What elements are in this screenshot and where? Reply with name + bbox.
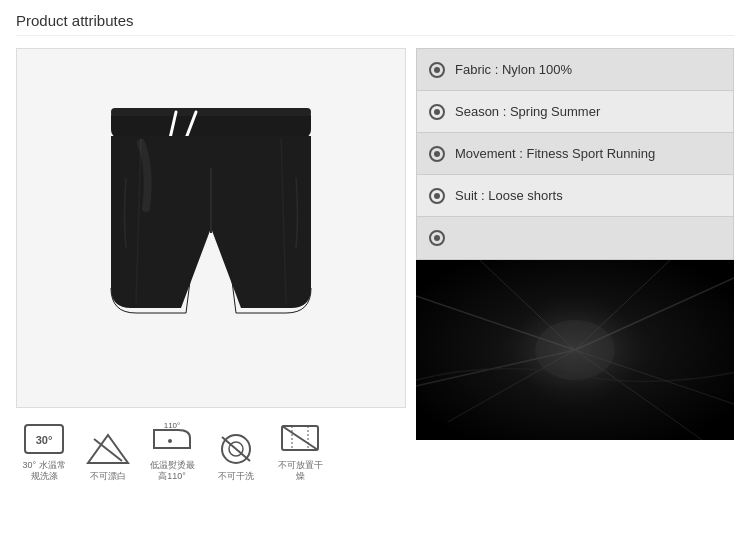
bleach-icon	[86, 431, 130, 467]
dry-icon	[214, 431, 258, 467]
attr-row-movement: Movement : Fitness Sport Running	[417, 133, 733, 175]
svg-rect-1	[111, 108, 311, 116]
care-item-bleach: 不可漂白	[86, 431, 130, 482]
svg-point-14	[168, 439, 172, 443]
bullet-icon	[429, 188, 445, 204]
care-icons-row: 30° 30° 水温常规洗涤 不可漂白	[16, 416, 406, 486]
shorts-illustration	[81, 88, 341, 368]
fabric-image	[416, 260, 734, 440]
bullet-icon	[429, 62, 445, 78]
left-column: 30° 30° 水温常规洗涤 不可漂白	[16, 48, 406, 486]
wash-label: 30° 水温常规洗涤	[18, 460, 70, 482]
svg-text:110°: 110°	[164, 421, 181, 430]
attr-row-fabric: Fabric : Nylon 100%	[417, 49, 733, 91]
fabric-texture	[416, 260, 734, 440]
svg-point-32	[535, 320, 615, 380]
season-text: Season : Spring Summer	[455, 104, 600, 119]
bleach-label: 不可漂白	[90, 471, 126, 482]
attr-row-empty	[417, 217, 733, 259]
svg-line-20	[282, 426, 318, 450]
product-image	[16, 48, 406, 408]
bullet-icon	[429, 146, 445, 162]
page-title: Product attributes	[16, 12, 734, 36]
right-column: Fabric : Nylon 100% Season : Spring Summ…	[416, 48, 734, 486]
bullet-icon	[429, 230, 445, 246]
care-item-dryclean: 不可放置干燥	[274, 420, 326, 482]
dry-label: 不可干洗	[218, 471, 254, 482]
wash-icon: 30°	[22, 420, 66, 456]
svg-line-18	[222, 437, 250, 461]
care-item-wash: 30° 30° 水温常规洗涤	[18, 420, 70, 482]
movement-text: Movement : Fitness Sport Running	[455, 146, 655, 161]
fabric-text: Fabric : Nylon 100%	[455, 62, 572, 77]
care-item-dry: 不可干洗	[214, 431, 258, 482]
bullet-icon	[429, 104, 445, 120]
iron-icon: 110°	[150, 420, 194, 456]
svg-text:30°: 30°	[36, 434, 53, 446]
content-area: 30° 30° 水温常规洗涤 不可漂白	[16, 48, 734, 486]
iron-label: 低温熨烫最高110°	[146, 460, 198, 482]
care-item-iron: 110° 低温熨烫最高110°	[146, 420, 198, 482]
attr-row-season: Season : Spring Summer	[417, 91, 733, 133]
dryclean-icon	[278, 420, 322, 456]
attributes-table: Fabric : Nylon 100% Season : Spring Summ…	[416, 48, 734, 260]
attr-row-suit: Suit : Loose shorts	[417, 175, 733, 217]
dryclean-label: 不可放置干燥	[274, 460, 326, 482]
suit-text: Suit : Loose shorts	[455, 188, 563, 203]
